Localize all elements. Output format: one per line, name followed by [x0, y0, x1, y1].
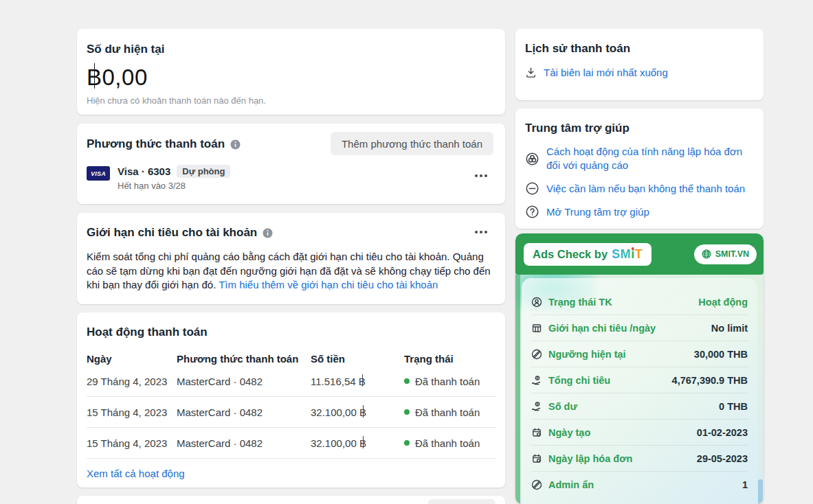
card-expiry: Hết hạn vào 3/28 [118, 181, 230, 191]
current-balance-card: Số dư hiện tại B0,00 Hiện chưa có khoản … [77, 29, 505, 115]
cell-status: Đã thanh toán [415, 376, 480, 387]
help-center-open-link[interactable]: Mở Trung tâm trợ giúp [546, 205, 649, 219]
partial-next-card [77, 496, 505, 504]
stat-value: No limit [711, 323, 748, 334]
stat-row: Số dư 0 THB [531, 393, 748, 420]
spending-limit-title: Giới hạn chi tiêu cho tài khoản [87, 226, 257, 240]
payment-history-title: Lịch sử thanh toán [525, 42, 754, 56]
stat-row: Giới hạn chi tiêu /ngày No limit [531, 315, 748, 341]
stat-value: 1 [742, 479, 748, 490]
calendar-icon [531, 427, 542, 438]
stat-value: 29-05-2023 [697, 453, 748, 464]
panel-accent-strip [515, 275, 520, 504]
cell-amount: 32.100,00 B [311, 406, 404, 418]
ads-check-table: Trạng thái TK Hoạt động Giới hạn chi tiê… [522, 278, 757, 504]
download-icon [525, 67, 537, 78]
balance-amount: B0,00 [87, 65, 495, 91]
calendar-icon [531, 453, 542, 464]
help-cant-pay-link[interactable]: Việc cần làm nếu bạn không thể thanh toá… [546, 182, 745, 196]
cell-amount: 11.516,54 B [311, 376, 404, 387]
help-link-row: Việc cần làm nếu bạn không thể thanh toá… [525, 181, 754, 196]
payment-method-row: VISA Visa · 6303 Dự phòng Hết hạn vào 3/… [87, 165, 495, 191]
cell-date: 15 Tháng 4, 2023 [87, 406, 177, 418]
help-link-row: Mở Trung tâm trợ giúp [525, 205, 754, 219]
help-link-row: Cách hoạt động của tính năng lập hóa đơn… [525, 145, 754, 172]
paid-status-dot [404, 378, 410, 384]
col-header-method: Phương thức thanh toán [177, 353, 311, 365]
stat-row: Trạng thái TK Hoạt động [531, 289, 748, 315]
learn-more-link[interactable]: Tìm hiểu thêm về giới hạn chi tiêu cho t… [219, 279, 438, 290]
table-row[interactable]: 15 Tháng 4, 2023 MasterCard · 0482 32.10… [87, 397, 495, 428]
download-receipt-link[interactable]: Tải biên lai mới nhất xuống [544, 67, 668, 78]
stat-row: Ngày lập hóa đơn 29-05-2023 [531, 446, 748, 472]
cell-method: MasterCard · 0482 [177, 437, 311, 449]
smit-logo: SMiT [612, 247, 643, 262]
stat-label: Admin ẩn [548, 479, 736, 490]
cell-date: 15 Tháng 4, 2023 [87, 437, 177, 449]
stat-row: Admin ẩn 1 [531, 472, 748, 498]
globe-icon [702, 249, 711, 259]
partial-card-button[interactable] [428, 499, 495, 504]
stat-value: 0 THB [719, 401, 748, 412]
info-icon[interactable] [263, 228, 273, 238]
cell-amount: 32.100,00 B [311, 437, 404, 449]
cell-method: MasterCard · 0482 [177, 406, 311, 418]
cell-status: Đã thanh toán [415, 437, 480, 449]
hidden-admin-icon [531, 479, 542, 490]
activity-table: Ngày Phương thức thanh toán Số tiền Trạn… [87, 351, 495, 459]
card-number-label: Visa · 6303 [118, 165, 170, 177]
help-center-card: Trung tâm trợ giúp Cách hoạt động của tí… [515, 108, 764, 229]
payment-activity-title: Hoạt động thanh toán [87, 325, 495, 339]
balance-card-title: Số dư hiện tại [87, 43, 495, 56]
stat-row: Ngưỡng hiện tại 30,000 THB [531, 341, 748, 367]
more-options-icon[interactable] [475, 174, 487, 177]
stat-label: Tổng chi tiêu [548, 375, 666, 386]
paid-status-dot [404, 440, 410, 446]
payment-history-card: Lịch sử thanh toán Tải biên lai mới nhất… [515, 29, 764, 100]
minus-circle-icon [525, 181, 539, 196]
stat-row: Tổng chi tiêu 4,767,390.9 THB [531, 367, 748, 393]
stat-label: Số dư [548, 401, 713, 412]
payment-activity-card: Hoạt động thanh toán Ngày Phương thức th… [77, 312, 505, 488]
stat-label: Trạng thái TK [548, 297, 692, 308]
coin-hand-icon [531, 401, 542, 412]
cell-method: MasterCard · 0482 [177, 376, 311, 387]
help-billing-link[interactable]: Cách hoạt động của tính năng lập hóa đơn… [546, 145, 754, 172]
add-payment-method-button[interactable]: Thêm phương thức thanh toán [331, 132, 493, 155]
user-circle-icon [531, 297, 542, 308]
stat-label: Ngưỡng hiện tại [548, 349, 688, 360]
coin-hand-icon [531, 375, 542, 386]
table-row[interactable]: 15 Tháng 4, 2023 MasterCard · 0482 32.10… [87, 428, 495, 459]
paid-status-dot [404, 409, 410, 415]
payment-method-title: Phương thức thanh toán [87, 137, 225, 151]
cell-date: 29 Tháng 4, 2023 [87, 376, 177, 387]
table-icon [531, 323, 542, 334]
table-row[interactable]: 29 Tháng 4, 2023 MasterCard · 0482 11.51… [87, 366, 495, 397]
backup-badge: Dự phòng [177, 165, 230, 178]
smit-site-button[interactable]: SMIT.VN [694, 244, 757, 264]
stat-row: Ngày tạo 01-02-2023 [531, 420, 748, 446]
stat-value: 30,000 THB [694, 349, 748, 360]
ads-check-panel: Ads Check by SMiT SMIT.VN Trạng thái TK … [515, 233, 764, 504]
more-options-icon[interactable] [475, 231, 487, 233]
help-center-title: Trung tâm trợ giúp [525, 122, 754, 135]
stat-value: Hoạt động [698, 297, 748, 308]
col-header-date: Ngày [87, 353, 177, 365]
billing-icon [525, 152, 539, 166]
info-icon[interactable] [230, 139, 241, 150]
spending-limit-card: Giới hạn chi tiêu cho tài khoản Kiểm soá… [77, 213, 505, 304]
stat-value: 4,767,390.9 THB [672, 375, 748, 386]
ads-check-title-pill: Ads Check by SMiT [524, 243, 651, 266]
ads-check-title: Ads Check by [533, 248, 608, 261]
stat-label: Ngày lập hóa đơn [548, 453, 691, 464]
view-all-activity-link[interactable]: Xem tất cả hoạt động [87, 468, 185, 479]
main-column: Số dư hiện tại B0,00 Hiện chưa có khoản … [77, 29, 505, 504]
question-circle-icon [525, 205, 539, 219]
threshold-icon [531, 349, 542, 360]
stat-value: 01-02-2023 [697, 427, 748, 438]
col-header-amount: Số tiền [311, 353, 404, 365]
balance-note: Hiện chưa có khoản thanh toán nào đến hạ… [87, 95, 495, 106]
panel-scrollbar[interactable] [758, 479, 763, 504]
side-column: Lịch sử thanh toán Tải biên lai mới nhất… [515, 29, 764, 504]
stat-label: Giới hạn chi tiêu /ngày [548, 323, 705, 334]
